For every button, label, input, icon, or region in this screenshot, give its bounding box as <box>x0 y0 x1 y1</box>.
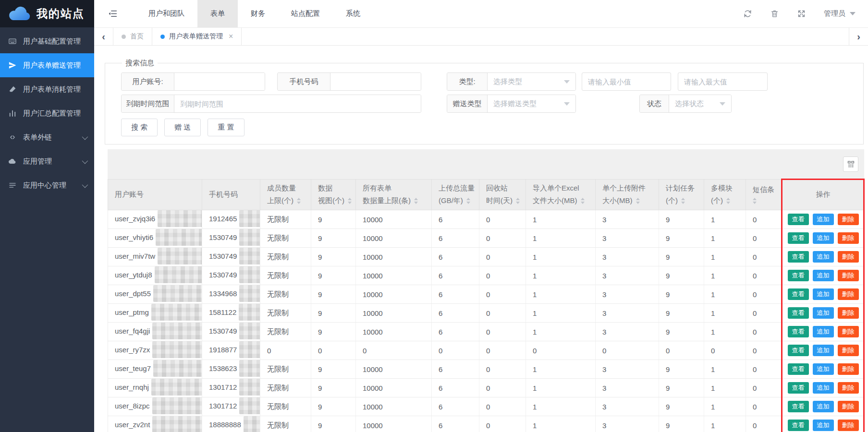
nav-item-forms[interactable]: 表单 <box>197 0 238 27</box>
append-button[interactable]: 追加 <box>813 232 834 244</box>
type-select[interactable]: 选择类型 <box>488 73 575 90</box>
view-button[interactable]: 查看 <box>788 401 809 412</box>
delete-button[interactable]: 删除 <box>838 345 859 356</box>
delete-button[interactable]: 删除 <box>838 401 859 412</box>
view-button[interactable]: 查看 <box>788 270 809 281</box>
view-button[interactable]: 查看 <box>788 345 809 356</box>
cell-upload-traffic: 6 <box>432 266 479 285</box>
view-button[interactable]: 查看 <box>788 326 809 337</box>
view-button[interactable]: 查看 <box>788 420 809 431</box>
append-button[interactable]: 追加 <box>813 251 834 263</box>
column-settings-button[interactable] <box>843 156 858 172</box>
trash-icon[interactable] <box>770 9 779 18</box>
sidebar-item-app-center-management[interactable]: 应用中心管理 <box>0 173 94 197</box>
nav-item-finance[interactable]: 财务 <box>238 0 278 27</box>
tab-home[interactable]: 首页 <box>113 28 152 45</box>
cell-form-data-limit: 10000 <box>356 397 432 416</box>
view-button[interactable]: 查看 <box>788 251 809 263</box>
delete-button[interactable]: 删除 <box>838 232 859 244</box>
nav-item-users-teams[interactable]: 用户和团队 <box>135 0 197 27</box>
delete-button[interactable]: 删除 <box>838 326 859 337</box>
append-button[interactable]: 追加 <box>813 214 834 225</box>
sidebar-item-user-form-consume[interactable]: 用户表单消耗管理 <box>0 77 94 101</box>
gift-type-select[interactable]: 选择赠送类型 <box>488 95 575 112</box>
account-text: user_zv2nt <box>115 420 150 429</box>
delete-button[interactable]: 删除 <box>838 270 859 281</box>
column-header-multi-module: 多模块(个) <box>704 180 746 210</box>
tab-user-form-gift[interactable]: 用户表单赠送管理× <box>152 28 242 45</box>
collapse-sidebar-icon[interactable] <box>108 9 118 19</box>
append-button[interactable]: 追加 <box>813 288 834 300</box>
view-button[interactable]: 查看 <box>788 307 809 319</box>
status-select[interactable]: 选择状态 <box>669 95 731 112</box>
eraser-icon <box>8 84 17 94</box>
sidebar-item-form-external-link[interactable]: 表单外链 <box>0 125 94 149</box>
append-button[interactable]: 追加 <box>813 420 834 431</box>
reset-button[interactable]: 重 置 <box>208 119 244 136</box>
view-button[interactable]: 查看 <box>788 363 809 375</box>
cell-excel-size: 1 <box>526 210 596 229</box>
table-body: user_zvjq3i61912465无限制9100006013910查看追加删… <box>108 210 865 432</box>
delete-button[interactable]: 删除 <box>838 307 859 319</box>
actions-cell: 查看追加删除 <box>782 248 865 266</box>
phone-text: 1912465 <box>209 215 237 223</box>
append-button[interactable]: 追加 <box>813 363 834 375</box>
sort-icon[interactable] <box>466 198 470 204</box>
search-button[interactable]: 搜 索 <box>121 119 158 136</box>
view-button[interactable]: 查看 <box>788 232 809 244</box>
sidebar-item-user-form-gift[interactable]: 用户表单赠送管理 <box>0 53 94 77</box>
sort-icon[interactable] <box>297 198 301 204</box>
close-icon[interactable]: × <box>229 32 233 41</box>
nav-item-system[interactable]: 系统 <box>333 0 373 27</box>
phone-input[interactable] <box>330 73 421 90</box>
cell-sms: 0 <box>746 379 782 397</box>
view-button[interactable]: 查看 <box>788 214 809 225</box>
view-button[interactable]: 查看 <box>788 382 809 394</box>
append-button[interactable]: 追加 <box>813 401 834 412</box>
fullscreen-icon[interactable] <box>797 9 806 18</box>
sidebar-item-user-basic-config[interactable]: 用户基础配置管理 <box>0 29 94 53</box>
min-value-input[interactable] <box>582 72 671 91</box>
append-button[interactable]: 追加 <box>813 270 834 281</box>
sort-icon[interactable] <box>581 198 585 204</box>
search-buttons-row: 搜 索 赠 送 重 置 <box>121 119 863 136</box>
append-button[interactable]: 追加 <box>813 326 834 337</box>
delete-button[interactable]: 删除 <box>838 420 859 431</box>
table-row: user_teug71538623无限制9100006013910查看追加删除 <box>108 360 865 379</box>
account-input[interactable] <box>174 73 265 90</box>
sort-icon[interactable] <box>348 198 352 204</box>
sort-icon[interactable] <box>753 198 757 204</box>
sort-icon[interactable] <box>414 198 418 204</box>
max-value-input[interactable] <box>678 72 768 91</box>
cell-multi-module: 0 <box>704 341 746 360</box>
sort-icon[interactable] <box>636 198 640 204</box>
sort-icon[interactable] <box>726 198 730 204</box>
cell-sms: 0 <box>746 285 782 304</box>
append-button[interactable]: 追加 <box>813 307 834 319</box>
cell-upload-traffic: 0 <box>432 341 479 360</box>
sort-icon[interactable] <box>681 198 685 204</box>
expire-date-input[interactable] <box>174 95 421 112</box>
tab-scroll-left-icon[interactable]: ‹ <box>94 28 113 45</box>
tab-scroll-right-icon[interactable]: › <box>849 28 868 45</box>
view-button[interactable]: 查看 <box>788 288 809 300</box>
sort-icon[interactable] <box>516 198 520 204</box>
append-button[interactable]: 追加 <box>813 382 834 394</box>
redaction-blur <box>239 229 260 246</box>
admin-dropdown[interactable]: 管理员 <box>824 9 856 18</box>
append-button[interactable]: 追加 <box>813 345 834 356</box>
cell-member-limit: 无限制 <box>260 229 311 248</box>
refresh-icon[interactable] <box>743 9 752 18</box>
type-select-value: 选择类型 <box>493 77 522 86</box>
delete-button[interactable]: 删除 <box>838 382 859 394</box>
sidebar-item-app-management[interactable]: 应用管理 <box>0 149 94 173</box>
gift-button[interactable]: 赠 送 <box>164 119 201 136</box>
delete-button[interactable]: 删除 <box>838 251 859 263</box>
sidebar-item-user-summary-config[interactable]: 用户汇总配置管理 <box>0 101 94 125</box>
delete-button[interactable]: 删除 <box>838 363 859 375</box>
nav-item-site-config[interactable]: 站点配置 <box>278 0 333 27</box>
account-label: 用户账号: <box>122 73 174 90</box>
delete-button[interactable]: 删除 <box>838 288 859 300</box>
cell-form-data-limit: 10000 <box>356 266 432 285</box>
delete-button[interactable]: 删除 <box>838 214 859 225</box>
